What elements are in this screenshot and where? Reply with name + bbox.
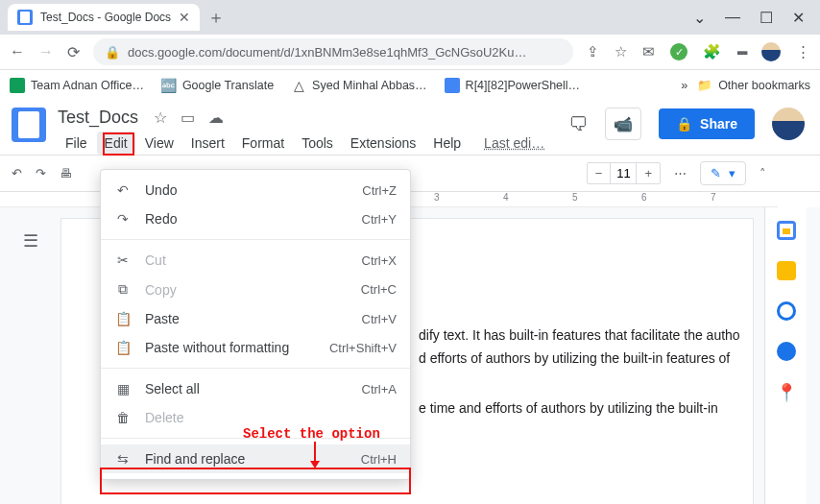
chevron-down-icon: ▾ <box>729 166 736 180</box>
translate-icon: 🔤 <box>161 78 177 93</box>
drive-icon: △ <box>291 78 306 93</box>
close-window-icon[interactable]: ✕ <box>792 9 805 27</box>
meet-button[interactable]: 📹 <box>605 108 641 140</box>
collapse-toolbar-icon[interactable]: ˄ <box>760 166 766 180</box>
menu-bar: File Edit View Insert Format Tools Exten… <box>58 132 552 155</box>
more-toolbar-icon[interactable]: ⋯ <box>674 166 687 180</box>
increase-font-icon[interactable]: + <box>637 163 660 183</box>
menu-item-find-replace[interactable]: ⇆Find and replaceCtrl+H <box>101 444 410 473</box>
annotation-label: Select the option <box>243 426 380 442</box>
menu-item-cut[interactable]: ✂CutCtrl+X <box>101 246 410 275</box>
bookmark-item[interactable]: R[4][82]PowerShell… <box>445 78 581 93</box>
minimize-icon[interactable]: — <box>725 9 740 27</box>
menu-item-copy[interactable]: ⧉CopyCtrl+C <box>101 275 410 304</box>
menu-item-undo[interactable]: ↶UndoCtrl+Z <box>101 176 410 204</box>
menu-item-redo[interactable]: ↷RedoCtrl+Y <box>101 204 410 233</box>
back-icon[interactable]: ← <box>10 43 25 61</box>
delete-icon: 🗑 <box>114 410 132 425</box>
bookmark-item[interactable]: △Syed Minhal Abbas… <box>291 78 427 93</box>
maps-icon[interactable]: 📍 <box>776 382 797 403</box>
calendar-icon[interactable] <box>777 221 796 240</box>
redo-icon[interactable]: ↷ <box>36 166 46 180</box>
decrease-font-icon[interactable]: − <box>588 163 611 183</box>
forward-icon: → <box>38 43 54 61</box>
profile-avatar-icon[interactable] <box>761 42 781 61</box>
last-edit-link[interactable]: Last edi… <box>476 132 552 155</box>
close-tab-icon[interactable]: ✕ <box>179 10 190 25</box>
folder-icon: 📁 <box>697 78 712 93</box>
undo-icon[interactable]: ↶ <box>12 166 22 180</box>
print-icon[interactable]: 🖶 <box>60 166 72 180</box>
address-bar[interactable]: 🔒 docs.google.com/document/d/1xnBNMm3e8s… <box>93 38 573 65</box>
account-avatar-icon[interactable] <box>772 108 805 140</box>
share-page-icon[interactable]: ⇪ <box>587 43 599 60</box>
svg-marker-1 <box>310 461 320 468</box>
browser-omnibox: ← → ⟳ 🔒 docs.google.com/document/d/1xnBN… <box>0 35 820 69</box>
other-bookmarks[interactable]: 📁Other bookmarks <box>697 78 810 93</box>
find-replace-icon: ⇆ <box>114 451 132 467</box>
document-title[interactable]: Test_Docs <box>58 108 138 128</box>
docs-favicon-icon <box>17 10 33 25</box>
extensions-icon[interactable]: 🧩 <box>703 43 721 60</box>
comments-icon[interactable]: 🗨 <box>568 113 588 135</box>
apps-icon[interactable]: ▪▪▪ <box>736 44 746 60</box>
menu-item-paste-no-format[interactable]: 📋Paste without formattingCtrl+Shift+V <box>101 333 410 362</box>
menu-tools[interactable]: Tools <box>294 132 341 155</box>
bookmark-item[interactable]: 🔤Google Translate <box>161 78 274 93</box>
outline-icon[interactable]: ☰ <box>23 230 38 252</box>
star-doc-icon[interactable]: ☆ <box>154 108 167 127</box>
paste-icon: 📋 <box>114 311 132 326</box>
editing-mode-pill[interactable]: ✎▾ <box>700 161 746 185</box>
pencil-icon: ✎ <box>711 166 721 180</box>
browser-tab[interactable]: Test_Docs - Google Docs ✕ <box>8 4 200 31</box>
annotation-arrow-icon <box>305 442 325 470</box>
docs-logo-icon[interactable] <box>12 108 46 142</box>
adblock-icon[interactable]: ✓ <box>670 43 687 60</box>
select-all-icon: ▦ <box>114 381 132 396</box>
menu-edit[interactable]: Edit <box>97 132 135 155</box>
menu-item-paste[interactable]: 📋PasteCtrl+V <box>101 304 410 333</box>
menu-insert[interactable]: Insert <box>183 132 232 155</box>
new-tab-button[interactable]: ＋ <box>207 6 225 29</box>
menu-help[interactable]: Help <box>425 132 469 155</box>
docs-icon <box>445 78 460 93</box>
bookmarks-bar: Team Adnan Office… 🔤Google Translate △Sy… <box>0 69 820 100</box>
paste-plain-icon: 📋 <box>114 340 132 355</box>
menu-extensions[interactable]: Extensions <box>343 132 423 155</box>
docs-header: Test_Docs ☆ ▭ ☁ File Edit View Insert Fo… <box>0 100 820 155</box>
url-text: docs.google.com/document/d/1xnBNMm3e8se1… <box>128 45 527 60</box>
browser-tab-strip: Test_Docs - Google Docs ✕ ＋ ⌄ — ☐ ✕ <box>0 0 820 35</box>
sheets-icon <box>10 78 25 93</box>
menu-format[interactable]: Format <box>234 132 292 155</box>
bookmark-item[interactable]: Team Adnan Office… <box>10 78 144 93</box>
side-panel: 📍 <box>764 207 807 504</box>
mail-icon[interactable]: ✉ <box>642 43 655 60</box>
star-icon[interactable]: ☆ <box>615 43 627 60</box>
tab-title: Test_Docs - Google Docs <box>40 11 171 24</box>
lock-icon: 🔒 <box>676 116 692 132</box>
kebab-menu-icon[interactable]: ⋮ <box>796 43 810 60</box>
share-button[interactable]: 🔒Share <box>659 108 755 139</box>
chevron-down-icon[interactable]: ⌄ <box>693 9 706 27</box>
meet-icon: 📹 <box>614 115 633 133</box>
menu-view[interactable]: View <box>137 132 181 155</box>
outline-panel: ☰ <box>0 207 61 504</box>
copy-icon: ⧉ <box>114 281 132 298</box>
contacts-icon[interactable] <box>777 342 796 361</box>
move-doc-icon[interactable]: ▭ <box>181 108 195 127</box>
maximize-icon[interactable]: ☐ <box>760 9 773 27</box>
undo-icon: ↶ <box>114 182 132 198</box>
keep-icon[interactable] <box>777 261 796 280</box>
tasks-icon[interactable] <box>777 301 796 321</box>
redo-icon: ↷ <box>114 211 132 227</box>
menu-item-select-all[interactable]: ▦Select allCtrl+A <box>101 374 410 403</box>
cut-icon: ✂ <box>114 252 132 268</box>
menu-file[interactable]: File <box>58 132 95 155</box>
reload-icon[interactable]: ⟳ <box>67 43 80 61</box>
font-size-stepper[interactable]: − + <box>587 162 661 184</box>
cloud-status-icon[interactable]: ☁ <box>208 108 224 127</box>
bookmarks-overflow-icon[interactable]: » <box>681 79 687 92</box>
font-size-input[interactable] <box>610 163 637 183</box>
lock-icon: 🔒 <box>105 45 120 60</box>
